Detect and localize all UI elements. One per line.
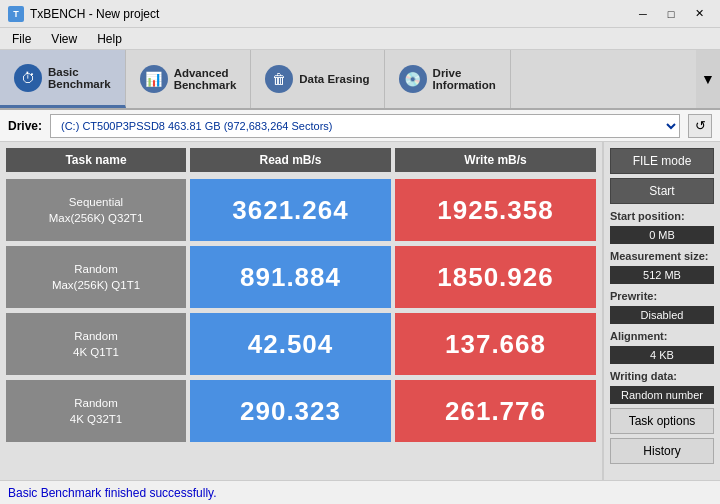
title-bar: T TxBENCH - New project ─ □ ✕	[0, 0, 720, 28]
write-random-max-q1t1: 1850.926	[395, 246, 596, 308]
window-controls: ─ □ ✕	[630, 5, 712, 23]
header-task: Task name	[6, 148, 186, 172]
table-row: RandomMax(256K) Q1T1 891.884 1850.926	[6, 246, 596, 308]
prewrite-label: Prewrite:	[610, 290, 714, 302]
file-mode-button[interactable]: FILE mode	[610, 148, 714, 174]
data-erasing-label: Data Erasing	[299, 73, 369, 85]
menu-bar: File View Help	[0, 28, 720, 50]
drive-information-label: DriveInformation	[433, 67, 496, 91]
start-position-label: Start position:	[610, 210, 714, 222]
header-write: Write mB/s	[395, 148, 596, 172]
drive-select[interactable]: (C:) CT500P3PSSD8 463.81 GB (972,683,264…	[50, 114, 680, 138]
status-bar: Basic Benchmark finished successfully.	[0, 480, 720, 504]
tab-data-erasing[interactable]: 🗑 Data Erasing	[251, 50, 384, 108]
tab-drive-information[interactable]: 💿 DriveInformation	[385, 50, 511, 108]
prewrite-value: Disabled	[610, 306, 714, 324]
basic-benchmark-icon: ⏱	[14, 64, 42, 92]
task-sequential-q32t1: SequentialMax(256K) Q32T1	[6, 179, 186, 241]
menu-file[interactable]: File	[8, 30, 35, 48]
task-random-4k-q32t1: Random4K Q32T1	[6, 380, 186, 442]
write-random-4k-q32t1: 261.776	[395, 380, 596, 442]
data-erasing-icon: 🗑	[265, 65, 293, 93]
table-row: Random4K Q1T1 42.504 137.668	[6, 313, 596, 375]
app-title: TxBENCH - New project	[30, 7, 159, 21]
toolbar: ⏱ BasicBenchmark 📊 AdvancedBenchmark 🗑 D…	[0, 50, 720, 110]
sidebar: FILE mode Start Start position: 0 MB Mea…	[602, 142, 720, 480]
advanced-benchmark-label: AdvancedBenchmark	[174, 67, 237, 91]
header-read: Read mB/s	[190, 148, 391, 172]
table-row: SequentialMax(256K) Q32T1 3621.264 1925.…	[6, 179, 596, 241]
maximize-button[interactable]: □	[658, 5, 684, 23]
menu-help[interactable]: Help	[93, 30, 126, 48]
menu-view[interactable]: View	[47, 30, 81, 48]
advanced-benchmark-icon: 📊	[140, 65, 168, 93]
drive-bar: Drive: (C:) CT500P3PSSD8 463.81 GB (972,…	[0, 110, 720, 142]
task-options-button[interactable]: Task options	[610, 408, 714, 434]
close-button[interactable]: ✕	[686, 5, 712, 23]
toolbar-more-button[interactable]: ▼	[696, 50, 720, 108]
history-button[interactable]: History	[610, 438, 714, 464]
basic-benchmark-label: BasicBenchmark	[48, 66, 111, 90]
measurement-size-value: 512 MB	[610, 266, 714, 284]
read-random-max-q1t1: 891.884	[190, 246, 391, 308]
read-sequential-q32t1: 3621.264	[190, 179, 391, 241]
writing-data-label: Writing data:	[610, 370, 714, 382]
title-bar-left: T TxBENCH - New project	[8, 6, 159, 22]
start-position-value: 0 MB	[610, 226, 714, 244]
read-random-4k-q1t1: 42.504	[190, 313, 391, 375]
measurement-size-label: Measurement size:	[610, 250, 714, 262]
benchmark-table: Task name Read mB/s Write mB/s Sequentia…	[0, 142, 602, 480]
table-header: Task name Read mB/s Write mB/s	[6, 148, 596, 172]
start-button[interactable]: Start	[610, 178, 714, 204]
write-sequential-q32t1: 1925.358	[395, 179, 596, 241]
drive-information-icon: 💿	[399, 65, 427, 93]
read-random-4k-q32t1: 290.323	[190, 380, 391, 442]
tab-basic-benchmark[interactable]: ⏱ BasicBenchmark	[0, 50, 126, 108]
task-random-4k-q1t1: Random4K Q1T1	[6, 313, 186, 375]
tab-advanced-benchmark[interactable]: 📊 AdvancedBenchmark	[126, 50, 252, 108]
drive-label: Drive:	[8, 119, 42, 133]
table-row: Random4K Q32T1 290.323 261.776	[6, 380, 596, 442]
alignment-value: 4 KB	[610, 346, 714, 364]
status-text: Basic Benchmark finished successfully.	[8, 486, 217, 500]
main-area: Task name Read mB/s Write mB/s Sequentia…	[0, 142, 720, 480]
writing-data-value: Random number	[610, 386, 714, 404]
write-random-4k-q1t1: 137.668	[395, 313, 596, 375]
drive-refresh-button[interactable]: ↺	[688, 114, 712, 138]
task-random-max-q1t1: RandomMax(256K) Q1T1	[6, 246, 186, 308]
minimize-button[interactable]: ─	[630, 5, 656, 23]
app-icon: T	[8, 6, 24, 22]
alignment-label: Alignment:	[610, 330, 714, 342]
